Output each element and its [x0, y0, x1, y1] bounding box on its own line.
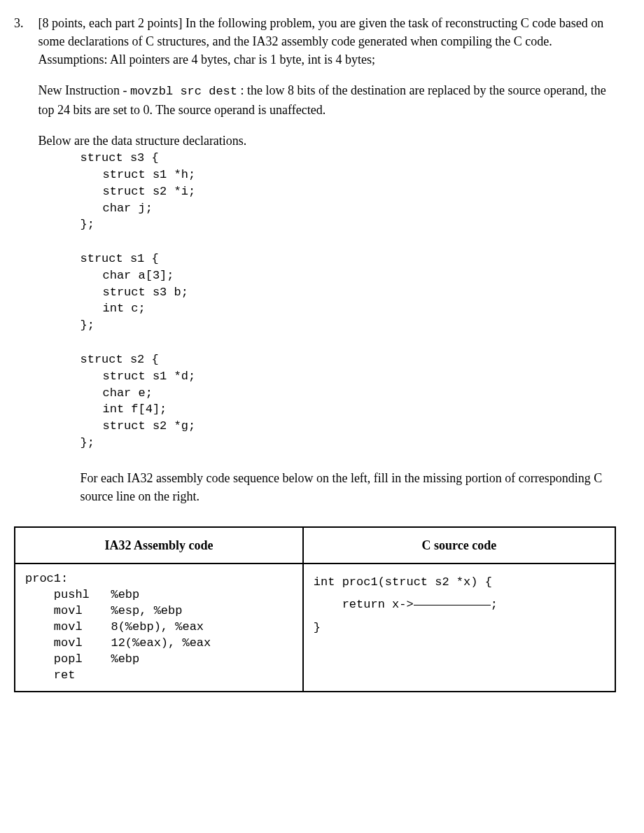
struct-s2-close: };: [80, 435, 616, 451]
asm-l4: movl 12(%eax), %eax: [25, 636, 293, 652]
question-container: 3. [8 points, each part 2 points] In the…: [14, 14, 616, 519]
asm-l3: movl 8(%ebp), %eax: [25, 620, 293, 636]
code-table-container: IA32 Assembly code C source code proc1: …: [14, 526, 616, 692]
prompt-text: [8 points, each part 2 points] In the fo…: [38, 16, 604, 48]
asm-l3-op: movl: [54, 620, 83, 634]
asm-code-block: proc1: pushl %ebp movl %esp, %ebp movl 8…: [25, 571, 293, 684]
asm-label: proc1:: [25, 571, 293, 587]
struct-s3-m2: struct s2 *i;: [103, 183, 616, 200]
asm-l4-args: 12(%eax), %eax: [111, 636, 211, 650]
instruction-paragraph: New Instruction - movzbl src dest : the …: [38, 81, 616, 119]
struct-s2-m4: struct s2 *g;: [103, 418, 616, 435]
c-return-suffix: ;: [491, 598, 498, 611]
c-cell: int proc1(struct s2 *x) { return x->; }: [303, 564, 615, 692]
asm-l3-args: 8(%ebp), %eax: [111, 620, 204, 634]
new-instruction-label: New Instruction -: [38, 83, 130, 97]
c-return-prefix: return x->: [342, 598, 414, 611]
asm-l6-op: ret: [54, 668, 76, 682]
struct-s2: struct s2 { struct s1 *d; char e; int f[…: [80, 351, 616, 451]
fill-blank[interactable]: [414, 605, 491, 606]
struct-s3-m3: char j;: [103, 200, 616, 217]
asm-l5: popl %ebp: [25, 652, 293, 668]
asm-l1-args: %ebp: [111, 588, 139, 601]
asm-l1-op: pushl: [54, 588, 90, 601]
question-body: [8 points, each part 2 points] In the fo…: [38, 14, 616, 519]
asm-l4-op: movl: [54, 636, 83, 650]
struct-s3-open: struct s3 {: [80, 150, 616, 167]
struct-s3-close: };: [80, 216, 616, 233]
c-close: }: [314, 617, 605, 639]
asm-l6: ret: [25, 668, 293, 684]
struct-s2-m2: char e;: [103, 385, 616, 402]
asm-cell: proc1: pushl %ebp movl %esp, %ebp movl 8…: [15, 564, 303, 692]
code-table: IA32 Assembly code C source code proc1: …: [14, 526, 616, 692]
struct-s2-open: struct s2 {: [80, 351, 616, 368]
struct-s2-m3: int f[4];: [103, 401, 616, 418]
prompt-paragraph: [8 points, each part 2 points] In the fo…: [38, 14, 616, 69]
struct-s1-close: };: [80, 317, 616, 334]
asm-l1: pushl %ebp: [25, 587, 293, 603]
table-body-row: proc1: pushl %ebp movl %esp, %ebp movl 8…: [15, 564, 615, 692]
struct-s2-m1: struct s1 *d;: [103, 368, 616, 385]
declarations-intro: Below are the data structure declaration…: [38, 132, 616, 150]
new-instruction-code: movzbl src dest: [130, 85, 237, 98]
header-c: C source code: [303, 527, 615, 564]
c-code-block: int proc1(struct s2 *x) { return x->; }: [314, 571, 605, 639]
struct-s1-m3: int c;: [103, 300, 616, 317]
asm-l5-op: popl: [54, 652, 83, 666]
c-signature: int proc1(struct s2 *x) {: [314, 571, 605, 594]
header-asm: IA32 Assembly code: [15, 527, 303, 564]
struct-s1-m1: char a[3];: [103, 267, 616, 284]
asm-l2-args: %esp, %ebp: [111, 604, 182, 617]
struct-s1: struct s1 { char a[3]; struct s3 b; int …: [80, 251, 616, 334]
asm-l5-args: %ebp: [111, 652, 139, 666]
struct-s1-open: struct s1 {: [80, 251, 616, 267]
asm-l2: movl %esp, %ebp: [25, 603, 293, 620]
c-return-line: return x->;: [314, 594, 605, 616]
question-number: 3.: [14, 14, 35, 32]
assumptions-text: Assumptions: All pointers are 4 bytes, c…: [38, 52, 375, 66]
struct-s3-m1: struct s1 *h;: [103, 167, 616, 183]
table-header-row: IA32 Assembly code C source code: [15, 527, 615, 564]
struct-s3: struct s3 { struct s1 *h; struct s2 *i; …: [80, 150, 616, 233]
asm-l2-op: movl: [54, 604, 83, 617]
fill-instruction: For each IA32 assembly code sequence bel…: [80, 469, 616, 505]
struct-s1-m2: struct s3 b;: [103, 284, 616, 301]
